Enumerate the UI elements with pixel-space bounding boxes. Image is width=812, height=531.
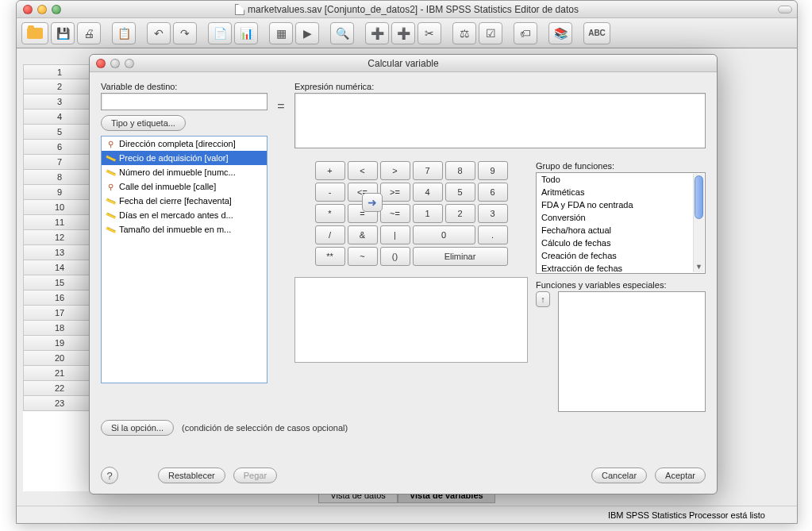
select-button[interactable]: ☑ [479,22,502,44]
function-group-item[interactable]: Todo [537,173,705,186]
row-header[interactable]: 16 [23,291,96,306]
row-header[interactable]: 14 [23,260,96,275]
split-button[interactable]: ✂ [418,22,441,44]
function-group-list[interactable]: TodoAritméticasFDA y FDA no centradaConv… [536,172,706,274]
row-header[interactable]: 17 [23,306,96,321]
keypad-key[interactable]: 1 [413,204,443,223]
row-header[interactable]: 19 [23,336,96,351]
insert-function-button[interactable]: ↑ [536,291,550,307]
keypad-key[interactable]: - [315,183,345,202]
variable-list[interactable]: ⚲Dirección completa [direccion]📏Precio d… [101,136,267,383]
keypad-key[interactable]: / [315,225,345,244]
row-header[interactable]: 20 [23,351,96,366]
function-group-item[interactable]: Extracción de fechas [537,262,705,274]
keypad-key[interactable]: & [348,225,378,244]
keypad-key[interactable]: 5 [445,183,475,202]
keypad-key[interactable]: ~= [380,204,410,223]
keypad-key[interactable]: 3 [478,204,508,223]
keypad-key[interactable]: 2 [445,204,475,223]
variable-list-item[interactable]: 📏Número del inmueble [numc... [102,165,267,179]
main-titlebar[interactable]: marketvalues.sav [Conjunto_de_datos2] - … [17,1,797,18]
paste-button[interactable]: Pegar [233,468,277,483]
insert-case-button[interactable]: ➕ [365,22,389,44]
expression-input[interactable] [294,93,706,148]
keypad-key[interactable]: 4 [413,183,443,202]
scroll-down-icon[interactable]: ▼ [694,261,704,272]
dialog-titlebar[interactable]: Calcular variable [90,55,717,72]
keypad-key[interactable]: ** [315,247,345,266]
row-header[interactable]: 2 [23,79,96,94]
row-header[interactable]: 10 [23,200,96,215]
ok-button[interactable]: Aceptar [655,468,706,483]
keypad-key[interactable]: ~ [348,247,378,266]
print-button[interactable]: 🖨 [77,22,101,44]
row-header[interactable]: 9 [23,185,96,200]
spellcheck-button[interactable]: ABC [583,22,610,44]
row-header[interactable]: 21 [23,366,96,381]
keypad-key[interactable]: < [348,161,378,180]
target-variable-input[interactable] [101,93,267,110]
row-header[interactable]: 22 [23,381,96,396]
keypad-key[interactable]: Eliminar [413,247,508,266]
cancel-button[interactable]: Cancelar [591,468,647,483]
undo-button[interactable]: ↶ [147,22,171,44]
keypad-key[interactable]: > [380,161,410,180]
redo-button[interactable]: ↷ [173,22,197,44]
insert-var-button[interactable]: ➕ [391,22,415,44]
row-header[interactable]: 13 [23,245,96,260]
recall-button[interactable]: 📋 [112,22,136,44]
row-header[interactable]: 15 [23,275,96,291]
keypad-key[interactable]: 6 [478,183,508,202]
row-header[interactable]: 3 [23,94,96,110]
find-button[interactable]: 🔍 [330,22,354,44]
function-group-item[interactable]: Fecha/hora actual [537,224,705,237]
keypad-key[interactable]: | [380,225,410,244]
if-condition-button[interactable]: Si la opción... [101,420,174,436]
function-group-item[interactable]: Aritméticas [537,186,705,198]
weight-button[interactable]: ⚖ [452,22,476,44]
row-header[interactable]: 7 [23,155,96,170]
keypad-key[interactable]: () [380,247,410,266]
function-group-item[interactable]: Cálculo de fechas [537,237,705,249]
special-functions-list[interactable] [558,291,706,412]
row-header[interactable]: 6 [23,140,96,155]
goto-button[interactable]: 📄 [208,22,232,44]
scrollbar-thumb[interactable] [695,175,703,219]
variable-list-item[interactable]: ⚲Dirección completa [direccion] [102,137,267,151]
row-header[interactable]: 5 [23,125,96,140]
keypad-key[interactable]: 7 [413,161,443,180]
keypad-key[interactable]: 9 [478,161,508,180]
keypad-key[interactable]: + [315,161,345,180]
row-header[interactable]: 8 [23,170,96,185]
toolbar-toggle-icon[interactable] [778,6,792,13]
reset-button[interactable]: Restablecer [158,468,225,483]
variable-list-item[interactable]: 📏Precio de adquisición [valor] [102,151,267,165]
row-header[interactable]: 4 [23,110,96,125]
keypad-key[interactable]: 0 [413,225,475,244]
value-labels-button[interactable]: 🏷 [514,22,537,44]
variable-list-item[interactable]: 📏Días en el mercado antes d... [102,208,267,222]
function-group-item[interactable]: FDA y FDA no centrada [537,198,705,211]
row-header[interactable]: 12 [23,230,96,245]
row-header[interactable]: 1 [23,64,96,79]
variable-list-item[interactable]: 📏Tamaño del inmueble en m... [102,222,267,237]
keypad-key[interactable]: 8 [445,161,475,180]
function-group-item[interactable]: Conversión [537,211,705,224]
use-sets-button[interactable]: 📚 [548,22,572,44]
type-and-label-button[interactable]: Tipo y etiqueta... [101,115,186,131]
variables-button[interactable]: ▦ [269,22,293,44]
keypad-key[interactable]: * [315,204,345,223]
variable-list-item[interactable]: 📏Fecha del cierre [fechaventa] [102,194,267,208]
open-button[interactable] [21,22,48,44]
variable-list-item[interactable]: ⚲Calle del inmueble [calle] [102,179,267,194]
scrollbar[interactable]: ▼ [693,174,704,272]
row-header[interactable]: 23 [23,396,96,411]
goto-var-button[interactable]: 📊 [234,22,258,44]
run-button[interactable]: ▶ [295,22,319,44]
help-button[interactable]: ? [101,467,118,484]
function-group-item[interactable]: Creación de fechas [537,249,705,262]
row-header[interactable]: 11 [23,215,96,230]
keypad-key[interactable]: . [478,225,508,244]
move-to-expression-button[interactable]: ➜ [362,193,383,212]
row-header[interactable]: 18 [23,321,96,336]
